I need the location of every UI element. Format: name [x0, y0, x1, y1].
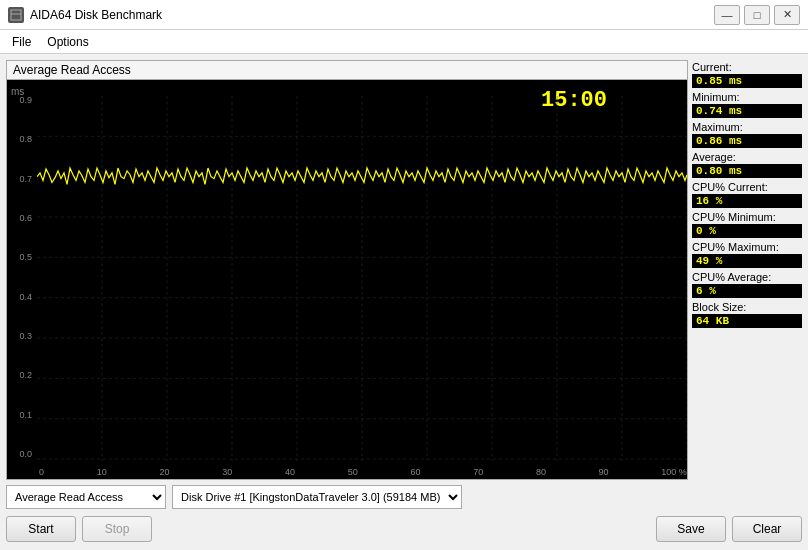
close-button[interactable]: ✕: [774, 5, 800, 25]
test-type-select[interactable]: Average Read Access Read Speed Write Spe…: [6, 485, 166, 509]
x-tick-30: 30: [222, 467, 232, 477]
stat-cpu-maximum-label: CPU% Maximum:: [692, 240, 802, 254]
chart-panel: Average Read Access ms 15:00: [6, 60, 688, 480]
chart-section: Average Read Access ms 15:00: [6, 60, 802, 480]
y-tick-01: 0.1: [7, 411, 35, 420]
stat-cpu-minimum-value: 0 %: [692, 224, 802, 238]
y-tick-02: 0.2: [7, 371, 35, 380]
stat-cpu-average-value: 6 %: [692, 284, 802, 298]
stat-cpu-average-label: CPU% Average:: [692, 270, 802, 284]
x-tick-20: 20: [159, 467, 169, 477]
side-stats: Current: 0.85 ms Minimum: 0.74 ms Maximu…: [692, 60, 802, 480]
x-tick-60: 60: [410, 467, 420, 477]
stat-average-value: 0.80 ms: [692, 164, 802, 178]
stat-minimum: Minimum: 0.74 ms: [692, 90, 802, 118]
stat-cpu-minimum: CPU% Minimum: 0 %: [692, 210, 802, 238]
stat-average-label: Average:: [692, 150, 802, 164]
y-tick-07: 0.7: [7, 175, 35, 184]
bottom-section: Average Read Access Read Speed Write Spe…: [6, 484, 802, 544]
x-tick-10: 10: [97, 467, 107, 477]
stat-cpu-current: CPU% Current: 16 %: [692, 180, 802, 208]
main-content: Average Read Access ms 15:00: [0, 54, 808, 550]
save-button[interactable]: Save: [656, 516, 726, 542]
stat-cpu-maximum-value: 49 %: [692, 254, 802, 268]
stat-maximum-label: Maximum:: [692, 120, 802, 134]
y-axis-labels: 0.9 0.8 0.7 0.6 0.5 0.4 0.3 0.2 0.1 0.0: [7, 96, 35, 459]
stat-block-size-value: 64 KB: [692, 314, 802, 328]
menu-bar: File Options: [0, 30, 808, 54]
menu-file[interactable]: File: [4, 33, 39, 51]
stat-current-value: 0.85 ms: [692, 74, 802, 88]
stat-minimum-value: 0.74 ms: [692, 104, 802, 118]
x-tick-90: 90: [599, 467, 609, 477]
stat-block-size: Block Size: 64 KB: [692, 300, 802, 328]
y-tick-00: 0.0: [7, 450, 35, 459]
y-tick-09: 0.9: [7, 96, 35, 105]
app-icon: [8, 7, 24, 23]
x-tick-0: 0: [39, 467, 44, 477]
x-tick-50: 50: [348, 467, 358, 477]
stop-button[interactable]: Stop: [82, 516, 152, 542]
stat-cpu-current-value: 16 %: [692, 194, 802, 208]
x-tick-100: 100 %: [661, 467, 687, 477]
stat-cpu-current-label: CPU% Current:: [692, 180, 802, 194]
stat-maximum-value: 0.86 ms: [692, 134, 802, 148]
stat-maximum: Maximum: 0.86 ms: [692, 120, 802, 148]
stat-block-size-label: Block Size:: [692, 300, 802, 314]
title-bar-controls: — □ ✕: [714, 5, 800, 25]
x-tick-70: 70: [473, 467, 483, 477]
bottom-row2: Start Stop Save Clear: [6, 514, 802, 544]
y-tick-08: 0.8: [7, 135, 35, 144]
minimize-button[interactable]: —: [714, 5, 740, 25]
y-tick-06: 0.6: [7, 214, 35, 223]
y-tick-04: 0.4: [7, 293, 35, 302]
svg-rect-0: [11, 10, 21, 20]
bottom-row1: Average Read Access Read Speed Write Spe…: [6, 484, 802, 510]
drive-select[interactable]: Disk Drive #1 [KingstonDataTraveler 3.0]…: [172, 485, 462, 509]
chart-svg: [37, 96, 687, 461]
title-bar-left: AIDA64 Disk Benchmark: [8, 7, 162, 23]
x-tick-40: 40: [285, 467, 295, 477]
stat-current: Current: 0.85 ms: [692, 60, 802, 88]
y-tick-05: 0.5: [7, 253, 35, 262]
clear-button[interactable]: Clear: [732, 516, 802, 542]
x-tick-80: 80: [536, 467, 546, 477]
stat-minimum-label: Minimum:: [692, 90, 802, 104]
chart-inner: ms 15:00: [7, 80, 687, 479]
stat-current-label: Current:: [692, 60, 802, 74]
maximize-button[interactable]: □: [744, 5, 770, 25]
menu-options[interactable]: Options: [39, 33, 96, 51]
app-title: AIDA64 Disk Benchmark: [30, 8, 162, 22]
stat-cpu-minimum-label: CPU% Minimum:: [692, 210, 802, 224]
stat-cpu-average: CPU% Average: 6 %: [692, 270, 802, 298]
x-axis-labels: 0 10 20 30 40 50 60 70 80 90 100 %: [39, 467, 687, 477]
stat-average: Average: 0.80 ms: [692, 150, 802, 178]
y-tick-03: 0.3: [7, 332, 35, 341]
title-bar: AIDA64 Disk Benchmark — □ ✕: [0, 0, 808, 30]
chart-panel-header: Average Read Access: [7, 61, 687, 80]
start-button[interactable]: Start: [6, 516, 76, 542]
stat-cpu-maximum: CPU% Maximum: 49 %: [692, 240, 802, 268]
